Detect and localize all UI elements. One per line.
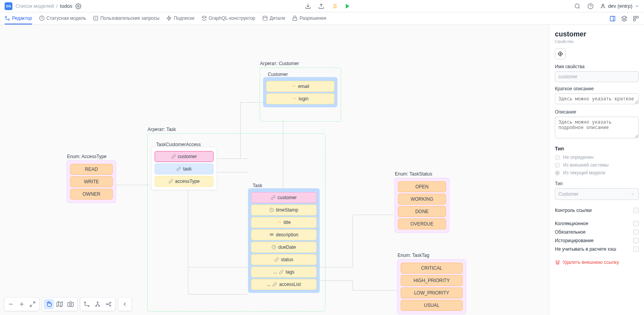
property-panel: customer Свойство Имя свойства Краткое о…: [549, 25, 644, 315]
svg-rect-16: [94, 16, 98, 20]
breadcrumb-root[interactable]: Список моделей: [15, 3, 54, 9]
type-radio-undefined[interactable]: Не определен: [555, 155, 639, 160]
enum-value[interactable]: WORKING: [398, 194, 446, 205]
enum-value[interactable]: OVERDUE: [398, 219, 446, 229]
field-login[interactable]: login: [266, 93, 334, 104]
switch-collection[interactable]: Коллекционное: [555, 221, 639, 226]
switch-required[interactable]: Обязательное: [555, 229, 639, 235]
canvas-toolbar: [4, 297, 132, 311]
enum-value[interactable]: OWNER: [70, 189, 113, 200]
switch-history[interactable]: Историцирование: [555, 238, 639, 243]
expand-icon[interactable]: [632, 15, 639, 22]
enum-taskstatus[interactable]: Enum: TaskStatus OPEN WORKING DONE OVERD…: [394, 178, 449, 233]
svg-point-14: [8, 19, 10, 20]
tab-label: Пользовательские запросы: [100, 15, 159, 21]
svg-point-46: [84, 302, 86, 303]
tab-subscriptions[interactable]: Подписки: [166, 12, 194, 24]
svg-line-40: [33, 302, 35, 304]
svg-rect-24: [610, 16, 615, 21]
svg-point-51: [106, 304, 107, 305]
collapse-button[interactable]: [120, 299, 130, 309]
switch-skiphash[interactable]: Не учитывать в расчете хэш: [555, 246, 639, 252]
zoom-in-button[interactable]: [17, 299, 27, 309]
field-accesslist[interactable]: ...accessList: [251, 279, 317, 290]
field-duedate[interactable]: dueDate: [251, 242, 317, 253]
tab-editor[interactable]: Редактор: [5, 12, 32, 24]
layout3-button[interactable]: [103, 299, 114, 309]
type2-label: Тип: [555, 181, 639, 186]
svg-marker-42: [57, 301, 63, 306]
enum-value[interactable]: CRITICAL: [401, 263, 463, 274]
tab-status[interactable]: Статусная модель: [39, 12, 86, 24]
svg-rect-33: [278, 222, 281, 222]
type-radio-current[interactable]: Из текущей модели: [555, 170, 639, 176]
name-input[interactable]: [555, 71, 639, 82]
field-status[interactable]: status: [251, 254, 317, 265]
settings-icon[interactable]: [75, 3, 82, 10]
list-icon[interactable]: [331, 3, 338, 10]
user-name: dev (entrp): [608, 3, 632, 9]
panel-toggle-icon[interactable]: [609, 15, 616, 22]
locate-button[interactable]: [555, 48, 566, 59]
field-title[interactable]: title: [251, 217, 317, 228]
tab-graphql[interactable]: GraphQL-конструктор: [201, 12, 255, 24]
layers-icon[interactable]: [621, 15, 628, 22]
entity-taskcustomeraccess[interactable]: TaskCustomerAccess customer task accessT…: [151, 147, 217, 190]
breadcrumb-current[interactable]: todos: [60, 3, 72, 9]
play-icon[interactable]: [344, 3, 351, 10]
zoom-out-button[interactable]: [6, 299, 16, 309]
layout2-button[interactable]: [93, 299, 103, 309]
help-icon[interactable]: [587, 3, 594, 10]
layout1-button[interactable]: [82, 299, 92, 309]
enum-tasktag[interactable]: Enum: TaskTag CRITICAL HIGH_PRIORITY LOW…: [397, 259, 466, 314]
svg-point-50: [99, 305, 100, 306]
desc-input[interactable]: [555, 117, 639, 138]
enum-value[interactable]: HIGH_PRIORITY: [401, 275, 463, 286]
field-email[interactable]: email: [266, 81, 334, 92]
svg-point-47: [88, 305, 89, 306]
svg-point-48: [97, 302, 98, 303]
type-select[interactable]: Customer: [555, 188, 639, 200]
svg-rect-30: [292, 86, 295, 86]
camera-button[interactable]: [65, 299, 76, 309]
enum-value[interactable]: WRITE: [70, 176, 113, 187]
enum-value[interactable]: LOW_PRIORITY: [401, 287, 463, 298]
enum-accesstype[interactable]: Enum: AccessType READ WRITE OWNER: [67, 160, 116, 203]
svg-rect-29: [634, 19, 635, 21]
tab-queries[interactable]: Пользовательские запросы: [93, 12, 159, 24]
field-task[interactable]: task: [155, 164, 214, 174]
tab-permissions[interactable]: Разрешения: [292, 12, 326, 24]
diagram-canvas[interactable]: Агрегат: Customer Customer email login А…: [0, 25, 549, 315]
enum-value[interactable]: READ: [70, 164, 113, 175]
map-button[interactable]: [55, 299, 65, 309]
search-icon[interactable]: [574, 3, 581, 10]
field-description[interactable]: description: [251, 229, 317, 240]
svg-point-45: [69, 303, 71, 305]
field-customer[interactable]: customer: [155, 151, 214, 162]
enum-value[interactable]: DONE: [398, 206, 446, 217]
shortdesc-input[interactable]: [555, 93, 639, 104]
tab-details[interactable]: Детали: [262, 12, 285, 24]
export-icon[interactable]: [318, 3, 325, 10]
entity-task[interactable]: Task customer timeStamp title descriptio…: [248, 188, 320, 293]
import-icon[interactable]: [305, 3, 312, 10]
enum-value[interactable]: USUAL: [401, 300, 463, 311]
user-menu[interactable]: dev (entrp): [600, 3, 639, 9]
svg-line-9: [579, 7, 580, 9]
field-tags[interactable]: ...tags: [251, 267, 317, 277]
delete-link-button[interactable]: Удалить внешнюю ссылку: [555, 260, 639, 265]
field-timestamp[interactable]: timeStamp: [251, 205, 317, 215]
entity-customer[interactable]: Customer email login: [263, 77, 337, 107]
svg-point-52: [110, 302, 111, 303]
field-customer[interactable]: customer: [251, 192, 317, 203]
entity-title: Task: [251, 183, 317, 188]
svg-rect-31: [293, 98, 296, 99]
field-accesstype[interactable]: accessType: [155, 176, 214, 187]
aggregate-customer[interactable]: Агрегат: Customer Customer email login: [260, 67, 341, 122]
logo: DS: [5, 2, 12, 10]
fit-button[interactable]: [28, 299, 38, 309]
pan-tool-button[interactable]: [44, 299, 54, 309]
type-radio-external[interactable]: Из внешней системы: [555, 162, 639, 168]
switch-ref-control[interactable]: Контроль ссылки: [555, 208, 639, 213]
enum-value[interactable]: OPEN: [398, 181, 446, 192]
